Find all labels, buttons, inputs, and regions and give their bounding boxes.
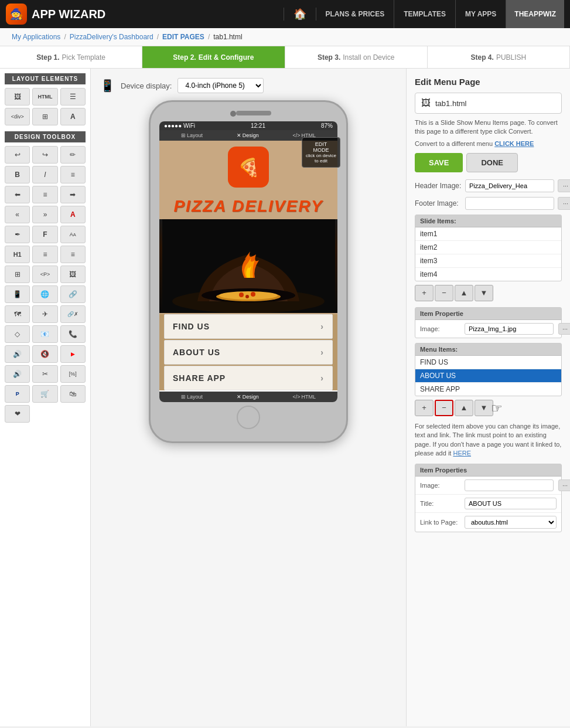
tool-align-center[interactable]: ≡	[60, 166, 86, 183]
tool-shop[interactable]: 🛍	[60, 385, 86, 403]
tool-erase[interactable]: ✏	[60, 146, 86, 164]
tool-h1[interactable]: H1	[5, 246, 30, 263]
tool-percent[interactable]: [%]	[60, 365, 86, 383]
tool-special[interactable]: ◇	[5, 325, 30, 343]
info-here-link[interactable]: HERE	[453, 450, 471, 457]
tab-design-bottom[interactable]: ✕ Design	[237, 394, 259, 400]
phone-screen[interactable]: ●●●●● WiFi 12:21 87% ⊞ Layout ✕ Design	[159, 121, 337, 402]
menu-item-find-us[interactable]: FIND US ›	[164, 314, 333, 339]
tool-plane[interactable]: ✈	[32, 305, 57, 323]
phone-home-button[interactable]	[237, 406, 260, 429]
tool-indent-out[interactable]: «	[5, 206, 30, 223]
footer-image-input[interactable]	[465, 197, 554, 210]
tool-email[interactable]: 📧	[32, 325, 57, 343]
user-menu[interactable]: THEAPPWIZ	[506, 0, 564, 28]
tool-pen[interactable]: ✒	[5, 226, 30, 243]
tool-font-color[interactable]: A	[60, 206, 86, 223]
tool-paragraph[interactable]: <P>	[32, 266, 57, 283]
tab-layout-bottom[interactable]: ⊞ Layout	[181, 394, 203, 400]
step-1[interactable]: Step 1. Pick Template	[0, 46, 142, 68]
item-props-title-input[interactable]	[465, 498, 557, 509]
tab-design[interactable]: ✕ Design	[237, 132, 259, 138]
breadcrumb-edit-pages[interactable]: EDIT PAGES	[162, 33, 204, 41]
home-nav-button[interactable]: 🏠	[284, 8, 316, 21]
my-apps-link[interactable]: MY APPS	[456, 0, 506, 28]
slide-item-1[interactable]: item1	[415, 227, 561, 241]
header-image-input[interactable]	[465, 179, 554, 192]
item-image-dots[interactable]: ···	[558, 323, 570, 335]
done-button[interactable]: DONE	[466, 153, 518, 172]
pizza-oven-svg	[162, 219, 335, 313]
tool-table[interactable]: ⊞	[5, 266, 30, 283]
tool-redo[interactable]: ↪	[32, 146, 57, 164]
tool-undo[interactable]: ↩	[5, 146, 30, 164]
tool-grid[interactable]: ⊞	[32, 108, 57, 125]
slide-item-3[interactable]: item3	[415, 254, 561, 268]
item-props-link-select[interactable]: aboutus.html	[465, 516, 557, 529]
slide-up-btn[interactable]: ▲	[455, 285, 473, 301]
menu-item-find-us[interactable]: FIND US	[415, 356, 561, 369]
tool-paypal[interactable]: P	[5, 385, 30, 403]
item-image-row: Image: ···	[415, 320, 561, 338]
menu-item-about-us[interactable]: ABOUT US	[415, 369, 561, 383]
device-select[interactable]: 4.0-inch (iPhone 5) 4.7-inch (iPhone 6) …	[178, 78, 264, 93]
tool-globe[interactable]: 🌐	[32, 285, 57, 303]
step-3[interactable]: Step 3. Install on Device	[285, 46, 428, 68]
tool-heart[interactable]: ❤	[5, 405, 30, 423]
tool-align-right[interactable]: ➡	[60, 186, 86, 203]
templates-link[interactable]: TEMPLATES	[394, 0, 456, 28]
tab-layout[interactable]: ⊞ Layout	[181, 132, 203, 138]
step-4[interactable]: Step 4. PUBLISH	[428, 46, 570, 68]
slide-item-4[interactable]: item4	[415, 268, 561, 281]
tool-font-size[interactable]: AA	[60, 226, 86, 243]
tool-sound2[interactable]: 🔊	[5, 365, 30, 383]
menu-item-share-app[interactable]: SHARE APP ›	[164, 366, 333, 390]
tab-html-bottom[interactable]: </> HTML	[293, 394, 316, 400]
tool-link[interactable]: 🔗	[60, 285, 86, 303]
menu-item-about-us[interactable]: ABOUT US ›	[164, 340, 333, 365]
breadcrumb-my-apps[interactable]: My Applications	[12, 33, 60, 41]
breadcrumb-dashboard[interactable]: PizzaDelivery's Dashboard	[70, 33, 153, 41]
menu-add-btn[interactable]: +	[415, 400, 434, 416]
tool-div[interactable]: <div>	[5, 108, 30, 125]
tool-ol[interactable]: ≡	[60, 246, 86, 263]
slide-down-btn[interactable]: ▼	[475, 285, 493, 301]
slide-item-2[interactable]: item2	[415, 241, 561, 254]
slide-remove-btn[interactable]: −	[435, 285, 453, 301]
tool-map[interactable]: 🗺	[5, 305, 30, 323]
tool-mute[interactable]: 🔇	[32, 345, 57, 363]
tool-indent-in[interactable]: »	[32, 206, 57, 223]
item-props-image-input[interactable]	[465, 479, 554, 491]
item-image-input[interactable]	[465, 323, 554, 335]
slide-add-btn[interactable]: +	[415, 285, 434, 301]
tool-bold[interactable]: B	[5, 166, 30, 183]
tool-phone[interactable]: 📞	[60, 325, 86, 343]
tool-scissors[interactable]: ✂	[32, 365, 57, 383]
app-title: APP WIZARD	[32, 8, 105, 21]
tool-list[interactable]: ☰	[60, 88, 86, 106]
tool-html[interactable]: HTML	[32, 88, 57, 106]
step-2[interactable]: Step 2. Edit & Configure	[142, 46, 285, 68]
save-button[interactable]: SAVE	[415, 153, 463, 172]
tool-unlink[interactable]: 🔗✗	[60, 305, 86, 323]
tool-youtube[interactable]: ▶	[60, 345, 86, 363]
footer-image-dots[interactable]: ···	[558, 197, 570, 210]
tool-image2[interactable]: 🖼	[60, 266, 86, 283]
tool-image[interactable]: 🖼	[5, 88, 30, 106]
tool-align-justify[interactable]: ≡	[32, 186, 57, 203]
plans-prices-link[interactable]: PLANS & PRICES	[316, 0, 395, 28]
menu-item-share-app[interactable]: SHARE APP	[415, 383, 561, 396]
tool-align-left[interactable]: ⬅	[5, 186, 30, 203]
tool-cart[interactable]: 🛒	[32, 385, 57, 403]
tool-widget[interactable]: 📱	[5, 285, 30, 303]
item-props-image-dots[interactable]: ···	[558, 479, 570, 491]
tool-italic[interactable]: I	[32, 166, 57, 183]
menu-remove-btn[interactable]: −	[435, 400, 453, 416]
convert-link-anchor[interactable]: CLICK HERE	[494, 140, 534, 147]
tool-ul[interactable]: ≡	[32, 246, 57, 263]
tool-audio[interactable]: 🔊	[5, 345, 30, 363]
tool-text-a[interactable]: A	[60, 108, 86, 125]
menu-up-btn[interactable]: ▲	[455, 400, 473, 416]
tool-font[interactable]: F	[32, 226, 57, 243]
header-image-dots[interactable]: ···	[558, 179, 570, 192]
